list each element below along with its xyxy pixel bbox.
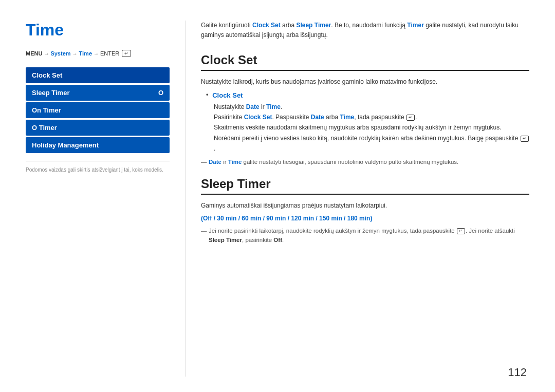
sleep-timer-section: Sleep Timer Gaminys automatiškai išsijun… xyxy=(201,177,529,245)
clock-set-step1: Pasirinkite Clock Set. Paspauskite Date … xyxy=(211,112,529,122)
divider xyxy=(26,161,170,161)
menu-path: MENU → System → Time → ENTER ↵ xyxy=(26,50,170,57)
footnote-text: Podomos vaizdas gali skirtis atsižvelgia… xyxy=(26,166,170,174)
enter-icon-2: ↵ xyxy=(521,136,529,142)
intro-timer: Timer xyxy=(407,22,423,29)
nav-item-off-timer-label: O Timer xyxy=(32,124,57,132)
date-note: Date xyxy=(209,159,221,165)
bullet-dot: • xyxy=(206,91,208,99)
time-label-1: Time xyxy=(266,103,281,110)
enter-label: ENTER xyxy=(100,50,119,57)
nav-item-on-timer-label: On Timer xyxy=(32,106,61,114)
enter-button-icon: ↵ xyxy=(122,50,131,57)
arrow-3: → xyxy=(94,51,99,57)
nav-item-on-timer[interactable]: On Timer xyxy=(26,102,170,118)
menu-label: MENU xyxy=(26,50,42,57)
page-container: Time MENU → System → Time → ENTER ↵ Cloc… xyxy=(0,0,555,392)
enter-icon-1: ↵ xyxy=(406,115,415,121)
page-number: 112 xyxy=(508,366,527,379)
clock-set-title: Clock Set xyxy=(201,53,529,71)
nav-item-sleep-timer-label: Sleep Timer xyxy=(32,89,69,97)
nav-item-clock-set[interactable]: Clock Set xyxy=(26,67,170,83)
nav-item-holiday-mgmt-label: Holiday Management xyxy=(32,141,99,149)
nav-item-holiday-mgmt[interactable]: Holiday Management xyxy=(26,137,170,153)
date-label-2: Date xyxy=(311,114,324,121)
nav-item-sleep-timer-suffix: O xyxy=(158,89,163,97)
time-label-2: Time xyxy=(340,114,354,121)
date-label-1: Date xyxy=(246,103,260,110)
time-text: Time xyxy=(79,50,92,57)
intro-sleep-timer: Sleep Timer xyxy=(296,22,331,29)
clock-set-ref: Clock Set xyxy=(244,114,272,121)
clock-set-bullet-label: Clock Set xyxy=(212,91,243,99)
nav-item-clock-set-label: Clock Set xyxy=(32,71,62,79)
off-ref: Off xyxy=(273,237,282,243)
nav-menu: Clock Set Sleep Timer O On Timer O Timer… xyxy=(26,67,170,153)
sleep-timer-title: Sleep Timer xyxy=(201,177,529,195)
system-text: System xyxy=(50,50,70,57)
intro-text: Galite konfigūruoti Clock Set arba Sleep… xyxy=(201,21,529,40)
clock-set-sub-list: Nustatykite Date ir Time. Pasirinkite Cl… xyxy=(201,102,529,154)
clock-set-step2: Skaitmenis veskite naudodami skaitmenų m… xyxy=(211,122,529,154)
nav-item-sleep-timer[interactable]: Sleep Timer O xyxy=(26,85,170,101)
intro-clock-set: Clock Set xyxy=(252,22,281,29)
clock-set-bullet: • Clock Set xyxy=(201,91,529,99)
enter-icon-3: ↵ xyxy=(457,228,465,234)
sleep-timer-desc: Gaminys automatiškai išsijungiamas praėj… xyxy=(201,201,529,211)
right-panel: Galite konfigūruoti Clock Set arba Sleep… xyxy=(185,21,529,377)
nav-item-off-timer[interactable]: O Timer xyxy=(26,120,170,136)
left-panel: Time MENU → System → Time → ENTER ↵ Cloc… xyxy=(26,21,185,377)
sleep-timer-values: (Off / 30 min / 60 min / 90 min / 120 mi… xyxy=(201,215,529,222)
page-title: Time xyxy=(26,21,170,40)
sleep-timer-ref: Sleep Timer xyxy=(209,237,242,243)
sleep-timer-note: Jei norite pasirinkti laikotarpį, naudok… xyxy=(201,226,529,245)
clock-set-note: Date ir Time galite nustatyti tiesogiai,… xyxy=(201,157,529,166)
clock-set-step0: Nustatykite Date ir Time. xyxy=(211,102,529,112)
time-note: Time xyxy=(228,159,242,165)
clock-set-desc: Nustatykite laikrodį, kuris bus naudojam… xyxy=(201,77,529,87)
arrow-1: → xyxy=(44,51,49,57)
arrow-2: → xyxy=(72,51,78,57)
